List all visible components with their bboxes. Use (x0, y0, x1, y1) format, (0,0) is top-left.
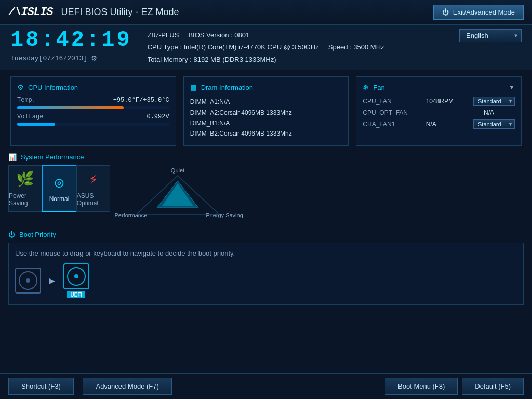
voltage-row: Voltage 0.992V (17, 113, 169, 121)
power-icon: ⏻ (442, 8, 449, 16)
asus-optimal-button[interactable]: ⚡ ASUS Optimal (76, 165, 110, 212)
cpu-info-line: CPU Type : Intel(R) Core(TM) i7-4770K CP… (148, 41, 459, 53)
boot-area: Use the mouse to drag or keyboard to nav… (8, 243, 524, 305)
cha-fan1-mode-wrapper[interactable]: Standard (473, 119, 515, 129)
temp-bar-fill (17, 106, 124, 109)
cha-fan1-mode-dropdown[interactable]: Standard (473, 119, 515, 129)
svg-text:Performance: Performance (115, 212, 147, 218)
fan-collapse-button[interactable]: ▼ (509, 84, 515, 91)
power-saving-button[interactable]: 🌿 Power Saving (8, 165, 42, 212)
boot-devices: ▶ UEFI (15, 263, 517, 298)
date-row: Tuesday[07/16/2013] ⚙ (10, 53, 132, 63)
language-dropdown[interactable]: English (459, 29, 522, 42)
footer-left: Shortcut (F3) Advanced Mode (F7) (8, 378, 172, 395)
hdd-inner (19, 271, 37, 290)
dram-info-panel: ▦ Dram Information DIMM_A1:N/A DIMM_A2:C… (183, 76, 349, 146)
memory-info-line: Total Memory : 8192 MB (DDR3 1333MHz) (148, 54, 459, 65)
motherboard-info: Z87-PLUS BIOS Version : 0801 (148, 29, 459, 41)
fan-info-panel: ❄ Fan ▼ CPU_FAN 1048RPM Standard CPU_OPT… (356, 76, 522, 146)
uefi-hdd-icon (63, 263, 89, 289)
language-dropdown-wrapper[interactable]: English (459, 29, 522, 42)
dimm-a1: DIMM_A1:N/A (190, 97, 342, 107)
cpu-fan-row: CPU_FAN 1048RPM Standard (363, 97, 515, 106)
header-left: /\ISLIS UEFI BIOS Utility - EZ Mode (8, 6, 179, 19)
default-button[interactable]: Default (F5) (462, 378, 524, 395)
clock-section: 18:42:19 Tuesday[07/16/2013] ⚙ (10, 29, 132, 63)
performance-icon: 📊 (8, 153, 17, 161)
fan-chart-area: Quiet Performance Energy Saving (115, 165, 250, 222)
temp-row: Temp. +95.0°F/+35.0°C (17, 97, 169, 104)
voltage-bar (17, 123, 169, 126)
voltage-bar-fill (17, 123, 55, 126)
power-saving-icon: 🌿 (16, 170, 34, 188)
shortcut-button[interactable]: Shortcut (F3) (8, 378, 74, 395)
gear-icon[interactable]: ⚙ (91, 53, 97, 63)
info-bar: 18:42:19 Tuesday[07/16/2013] ⚙ Z87-PLUS … (0, 25, 532, 70)
normal-button[interactable]: ◎ Normal (42, 165, 76, 212)
fan-icon: ❄ (363, 83, 369, 91)
app-title: UEFI BIOS Utility - EZ Mode (61, 7, 179, 18)
cpu-fan-mode-dropdown[interactable]: Standard (473, 97, 515, 106)
boot-instruction: Use the mouse to drag or keyboard to nav… (15, 249, 517, 257)
footer-right: Boot Menu (F8) Default (F5) (385, 378, 524, 395)
hdd-dot (26, 278, 30, 283)
uefi-hdd-dot (74, 274, 78, 278)
asus-logo: /\ISLIS (8, 6, 52, 19)
performance-title: 📊 System Performance (8, 153, 524, 161)
system-info: Z87-PLUS BIOS Version : 0801 CPU Type : … (132, 29, 459, 65)
hdd-icon (15, 268, 41, 294)
advanced-mode-button[interactable]: Advanced Mode (F7) (83, 378, 171, 395)
boot-priority-title: ⏻ Boot Priority (8, 231, 524, 238)
boot-menu-button[interactable]: Boot Menu (F8) (385, 378, 458, 395)
boot-icon: ⏻ (8, 231, 15, 238)
system-performance-section: 📊 System Performance 🌿 Power Saving ◎ No… (0, 148, 532, 228)
boot-device-hdd[interactable] (15, 268, 41, 294)
cpu-fan-mode-wrapper[interactable]: Standard (473, 97, 515, 106)
dram-icon: ▦ (190, 83, 197, 91)
uefi-hdd-inner (67, 267, 86, 286)
performance-modes: 🌿 Power Saving ◎ Normal ⚡ ASUS Optimal (8, 165, 110, 212)
dimm-slots: DIMM_A1:N/A DIMM_A2:Corsair 4096MB 1333M… (190, 97, 342, 139)
exit-advanced-mode-button[interactable]: ⏻ Exit/Advanced Mode (433, 5, 524, 20)
cpu-opt-fan-row: CPU_OPT_FAN N/A (363, 109, 515, 116)
svg-text:Quiet: Quiet (171, 167, 184, 174)
language-select-area: English (459, 29, 522, 42)
asus-optimal-icon: ⚡ (89, 170, 98, 188)
normal-label: Normal (49, 195, 70, 203)
cha-fan1-row: CHA_FAN1 N/A Standard (363, 119, 515, 129)
clock-display: 18:42:19 (10, 29, 132, 51)
dimm-b2: DIMM_B2:Corsair 4096MB 1333Mhz (190, 128, 342, 139)
normal-icon: ◎ (55, 174, 64, 191)
dram-panel-title: ▦ Dram Information (190, 83, 342, 91)
dimm-a2: DIMM_A2:Corsair 4096MB 1333Mhz (190, 108, 342, 118)
boot-arrow-icon: ▶ (49, 275, 55, 286)
cpu-info-panel: ⚙ CPU Information Temp. +95.0°F/+35.0°C … (10, 76, 176, 146)
main-panels: ⚙ CPU Information Temp. +95.0°F/+35.0°C … (0, 70, 532, 148)
svg-text:Energy Saving: Energy Saving (206, 212, 243, 218)
cpu-panel-title: ⚙ CPU Information (17, 83, 169, 91)
dimm-b1: DIMM_B1:N/A (190, 118, 342, 128)
power-saving-label: Power Saving (9, 192, 42, 207)
uefi-badge: UEFI (67, 291, 85, 298)
footer: Shortcut (F3) Advanced Mode (F7) Boot Me… (0, 373, 532, 399)
fan-panel-title: ❄ Fan ▼ (363, 83, 515, 91)
asus-optimal-label: ASUS Optimal (77, 192, 110, 207)
header: /\ISLIS UEFI BIOS Utility - EZ Mode ⏻ Ex… (0, 0, 532, 25)
date-display: Tuesday[07/16/2013] (10, 55, 87, 62)
boot-priority-section: ⏻ Boot Priority Use the mouse to drag or… (0, 228, 532, 308)
temp-bar (17, 106, 169, 109)
fan-chart-svg: Quiet Performance Energy Saving (115, 165, 250, 222)
cpu-icon: ⚙ (17, 83, 24, 91)
boot-device-uefi[interactable]: UEFI (63, 263, 89, 298)
